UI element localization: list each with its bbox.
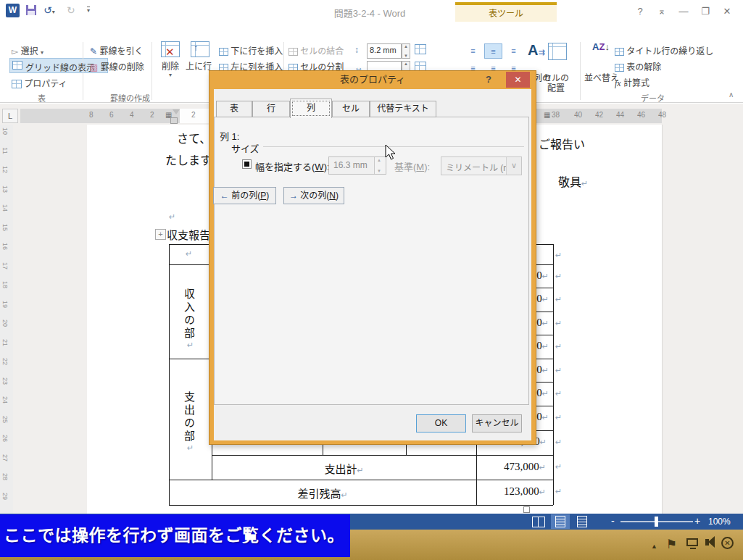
cancel-button[interactable]: キャンセル: [472, 414, 522, 432]
ribbon-tab-row: ファイル ホーム 挿入 デザイン ページ レイアウト 参考資料 差し込み文書 校…: [0, 22, 743, 40]
insert-above-button[interactable]: ↑ 上に行: [186, 41, 215, 72]
collapse-ribbon-icon[interactable]: ∧: [729, 91, 734, 99]
table-resize-handle[interactable]: [523, 506, 530, 513]
body-text-line[interactable]: さて、: [177, 129, 211, 146]
flag-icon[interactable]: ⚑: [666, 537, 677, 552]
merge-cells-button: セルの結合: [289, 44, 344, 57]
read-mode-button[interactable]: [529, 514, 548, 529]
help-icon[interactable]: ?: [632, 6, 648, 17]
dialog-tab-table[interactable]: 表: [216, 101, 252, 117]
restore-icon[interactable]: ❐: [697, 6, 713, 17]
ok-button[interactable]: OK: [416, 414, 466, 432]
body-text-line[interactable]: ご報告い: [539, 135, 585, 152]
qat-customize-icon[interactable]: ▾: [87, 7, 90, 14]
zoom-level[interactable]: 100%: [708, 517, 731, 527]
delete-table-button[interactable]: ✕ 削除▾: [155, 41, 186, 78]
sort-az-icon: AZ↓: [589, 42, 613, 52]
right-arrow-icon: →: [289, 191, 298, 201]
save-icon[interactable]: [26, 5, 36, 15]
print-layout-button[interactable]: [551, 514, 570, 529]
table-title[interactable]: 収支報告: [167, 227, 210, 242]
minimize-icon[interactable]: —: [676, 6, 692, 17]
table-border: [212, 455, 553, 456]
dialog-help-icon[interactable]: ?: [486, 74, 491, 85]
table-column-marker-icon[interactable]: ▦: [544, 111, 550, 119]
zoom-out-button[interactable]: -: [611, 515, 615, 527]
align-top-left-button[interactable]: ≡: [464, 43, 482, 59]
previous-column-button[interactable]: ← 前の列(P): [213, 187, 276, 204]
table-border: [169, 505, 553, 506]
distribute-rows-button[interactable]: [415, 44, 426, 57]
table-cell[interactable]: 差引残高↵: [169, 485, 476, 501]
measure-in-label: 基準(M):: [394, 159, 430, 173]
select-button[interactable]: ▻ 選択 ▾: [12, 44, 43, 57]
vertical-ruler: 10 11 12 13 14 15 16 17 18 19 20 21 22 2…: [0, 125, 13, 514]
width-value-field: 16.3 mm: [328, 156, 386, 175]
repeat-header-icon: [615, 48, 624, 56]
word-window: W ↺▾ ↻ ▾ 問題3-2-4 - Word 表ツール ? ⌅ — ❐ ✕ フ…: [0, 0, 743, 560]
dialog-tab-alt-text[interactable]: 代替テキスト: [370, 101, 436, 117]
dialog-tab-row[interactable]: 行: [252, 101, 290, 117]
dialog-close-button[interactable]: ✕: [506, 72, 530, 88]
left-indent-marker[interactable]: [170, 117, 178, 124]
text-direction-icon[interactable]: A⇉: [528, 42, 545, 59]
table-cell[interactable]: 473,000↵: [476, 461, 546, 473]
body-text-line[interactable]: たします: [165, 151, 212, 168]
read-mode-icon: [532, 517, 545, 527]
formula-button[interactable]: fx 計算式: [615, 76, 649, 89]
table-move-handle[interactable]: +: [155, 229, 166, 240]
size-group-label: サイズ: [231, 141, 260, 155]
next-column-button[interactable]: → 次の列(N): [283, 187, 344, 204]
word-logo-icon: W: [6, 4, 20, 17]
zoom-slider-thumb[interactable]: [655, 517, 658, 527]
up-arrow-icon: ↑: [194, 43, 198, 53]
web-layout-button[interactable]: [573, 514, 592, 529]
gridlines-icon: [12, 61, 22, 70]
chevron-down-icon: ∨: [506, 157, 521, 175]
ribbon-display-icon[interactable]: ⌅: [654, 6, 670, 17]
table-cell[interactable]: 収入の部: [181, 288, 196, 340]
draw-border-button[interactable]: ✎ 罫線を引く: [90, 44, 143, 57]
cell-margins-button[interactable]: [548, 43, 567, 63]
eraser-icon: ▨: [90, 62, 98, 72]
end-of-cell-mark: ↵: [186, 249, 192, 259]
repeat-header-button[interactable]: タイトル行の繰り返し: [615, 44, 713, 57]
close-circle-icon[interactable]: ✕: [721, 537, 734, 549]
convert-to-text-button[interactable]: 表の解除: [615, 60, 661, 72]
undo-icon[interactable]: ↺▾: [43, 4, 55, 16]
insert-below-button[interactable]: 下に行を挿入: [219, 44, 283, 57]
table-border: [553, 244, 554, 505]
properties-icon: [12, 80, 22, 88]
network-icon[interactable]: [686, 538, 698, 546]
redo-icon[interactable]: ↻: [67, 4, 75, 16]
fx-icon: fx: [615, 78, 621, 88]
group-label-draw: 罫線の作成: [110, 92, 150, 104]
close-icon[interactable]: ✕: [719, 6, 735, 17]
table-properties-button[interactable]: プロパティ: [12, 77, 67, 89]
dialog-tab-cell[interactable]: セル: [332, 101, 370, 117]
cursor-select-icon: ▻: [12, 46, 18, 57]
dialog-tab-column[interactable]: 列: [290, 99, 332, 118]
table-cell[interactable]: 支出の部: [181, 391, 196, 443]
closing-text[interactable]: 敬具↵: [558, 172, 588, 190]
title-bar: W ↺▾ ↻ ▾ 問題3-2-4 - Word 表ツール ? ⌅ — ❐ ✕: [0, 0, 743, 22]
group-label-table: 表: [38, 92, 46, 104]
tab-selector[interactable]: L: [2, 109, 18, 123]
red-x-icon: ✕: [165, 46, 175, 59]
border-eraser-button[interactable]: ▨ 罫線の削除: [90, 60, 144, 72]
tray-expand-icon[interactable]: ▲: [651, 543, 657, 550]
table-border: [169, 244, 170, 505]
pen-icon: ✎: [90, 46, 97, 57]
sort-button[interactable]: AZ↓: [589, 42, 613, 52]
table-cell[interactable]: 123,000↵: [476, 485, 546, 498]
print-layout-icon: [555, 516, 565, 527]
row-height-spinner[interactable]: [402, 43, 410, 59]
align-top-center-button[interactable]: ≡: [484, 43, 502, 59]
zoom-in-button[interactable]: +: [694, 515, 700, 527]
measure-unit-dropdown: ミリメートル (mm)∨: [441, 156, 522, 175]
align-top-right-button[interactable]: ≡: [505, 43, 523, 59]
table-cell[interactable]: 支出計↵: [212, 461, 476, 476]
row-height-field[interactable]: 8.2 mm: [367, 43, 402, 59]
web-layout-icon: [577, 516, 587, 527]
specify-width-checkbox[interactable]: [242, 159, 252, 169]
